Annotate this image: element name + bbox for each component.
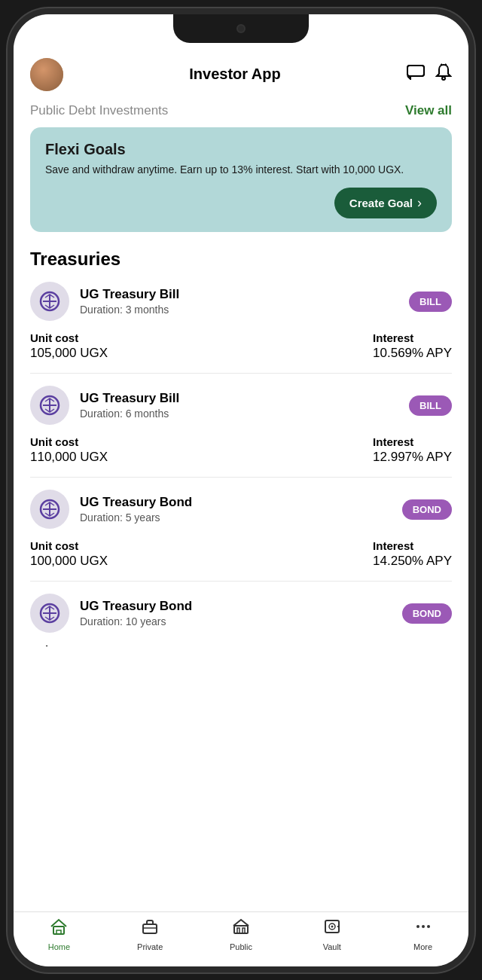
treasury-badge: BILL (409, 395, 452, 416)
svg-rect-3 (407, 66, 424, 76)
interest-value: 12.997% APY (373, 450, 452, 465)
svg-point-31 (422, 925, 425, 928)
treasury-header: UG Treasury Bill Duration: 3 months BILL (30, 282, 452, 321)
treasury-details: Unit cost 110,000 UGX Interest 12.997% A… (30, 435, 452, 465)
treasury-left: UG Treasury Bill Duration: 3 months (30, 282, 179, 321)
interest-value: 14.250% APY (373, 554, 452, 569)
unit-cost-value: 110,000 UGX (30, 450, 108, 465)
content-area: Investor App (14, 52, 468, 966)
main-scroll[interactable]: Public Debt Investments View all Flexi G… (14, 100, 468, 911)
svg-rect-24 (237, 928, 239, 933)
interest-col: Interest 10.569% APY (373, 331, 452, 361)
interest-label: Interest (373, 539, 452, 552)
treasury-header: UG Treasury Bond Duration: 10 years BOND (30, 594, 452, 633)
treasury-info: UG Treasury Bill Duration: 3 months (80, 287, 179, 316)
treasuries-heading: Treasuries (30, 249, 452, 270)
unit-cost-col: Unit cost 100,000 UGX (30, 539, 108, 569)
treasury-icon (30, 386, 69, 425)
treasury-name: UG Treasury Bond (80, 495, 192, 510)
treasury-duration: Duration: 3 months (80, 304, 179, 316)
nav-icon-vault (323, 918, 341, 939)
nav-icon-private (141, 918, 159, 939)
treasury-duration: Duration: 6 months (80, 408, 179, 420)
view-all-link[interactable]: View all (405, 103, 452, 118)
treasury-details: Unit cost 100,000 UGX Interest 14.250% A… (30, 539, 452, 569)
treasury-info: UG Treasury Bond Duration: 10 years (80, 599, 192, 627)
unit-cost-col: Unit cost 105,000 UGX (30, 331, 108, 361)
svg-line-5 (441, 64, 442, 65)
nav-icon-public (232, 918, 250, 939)
treasury-item[interactable]: UG Treasury Bill Duration: 6 months BILL… (30, 386, 452, 478)
treasury-badge: BOND (402, 499, 452, 520)
unit-cost-label: Unit cost (30, 643, 108, 646)
treasury-info: UG Treasury Bill Duration: 6 months (80, 391, 179, 420)
nav-label-public: Public (230, 942, 252, 951)
svg-rect-20 (56, 930, 61, 934)
svg-point-4 (442, 77, 445, 80)
treasury-left: UG Treasury Bond Duration: 5 years (30, 490, 192, 529)
treasury-name: UG Treasury Bond (80, 599, 192, 614)
svg-rect-21 (143, 924, 157, 933)
svg-point-32 (427, 925, 430, 928)
treasury-item[interactable]: UG Treasury Bond Duration: 5 years BOND … (30, 490, 452, 582)
treasury-header: UG Treasury Bill Duration: 6 months BILL (30, 386, 452, 425)
treasury-header: UG Treasury Bond Duration: 5 years BOND (30, 490, 452, 529)
svg-point-28 (331, 925, 333, 927)
chat-icon[interactable] (407, 65, 425, 84)
treasury-duration: Duration: 10 years (80, 615, 192, 627)
public-debt-section-row: Public Debt Investments View all (30, 100, 452, 118)
unit-cost-col: Unit cost 100,000 UGX (30, 643, 108, 646)
treasury-details: Unit cost 100,000 UGX Interest 15.500% A… (30, 643, 452, 646)
nav-item-vault[interactable]: Vault (286, 918, 377, 951)
treasury-icon (30, 282, 69, 321)
header: Investor App (14, 52, 468, 100)
treasury-icon (30, 594, 69, 633)
unit-cost-label: Unit cost (30, 331, 108, 344)
treasury-badge: BOND (402, 603, 452, 624)
unit-cost-label: Unit cost (30, 539, 108, 552)
nav-item-private[interactable]: Private (105, 918, 196, 951)
notch-camera (236, 24, 246, 33)
treasury-badge: BILL (409, 292, 452, 312)
nav-item-public[interactable]: Public (196, 918, 287, 951)
treasury-item[interactable]: UG Treasury Bond Duration: 10 years BOND… (30, 594, 452, 646)
nav-icon-home (50, 918, 68, 939)
flexi-goals-title: Flexi Goals (45, 141, 437, 158)
bottom-nav: Home Private Public Vault More (14, 911, 468, 966)
public-debt-label: Public Debt Investments (30, 103, 168, 118)
app-title: Investor App (63, 66, 407, 83)
avatar (30, 58, 63, 91)
screen: Investor App (14, 14, 468, 966)
interest-col: Interest 12.997% APY (373, 435, 452, 465)
unit-cost-label: Unit cost (30, 435, 108, 448)
flexi-goals-description: Save and withdraw anytime. Earn up to 13… (45, 163, 437, 178)
treasury-item[interactable]: UG Treasury Bill Duration: 3 months BILL… (30, 282, 452, 374)
flexi-goals-card: Flexi Goals Save and withdraw anytime. E… (30, 127, 452, 233)
treasury-name: UG Treasury Bill (80, 287, 179, 302)
interest-value: 10.569% APY (373, 346, 452, 361)
treasury-info: UG Treasury Bond Duration: 5 years (80, 495, 192, 524)
treasuries-list: UG Treasury Bill Duration: 3 months BILL… (30, 282, 452, 646)
nav-item-more[interactable]: More (377, 918, 468, 951)
nav-label-vault: Vault (323, 942, 341, 951)
avatar-image (30, 58, 63, 91)
nav-icon-more (414, 918, 432, 939)
svg-rect-25 (243, 928, 245, 933)
create-goal-button[interactable]: Create Goal (334, 188, 437, 218)
header-icons (407, 63, 452, 86)
nav-label-home: Home (48, 942, 70, 951)
unit-cost-value: 100,000 UGX (30, 554, 108, 569)
nav-item-home[interactable]: Home (14, 918, 105, 951)
treasury-name: UG Treasury Bill (80, 391, 179, 406)
interest-label: Interest (373, 331, 452, 344)
unit-cost-col: Unit cost 110,000 UGX (30, 435, 108, 465)
interest-col: Interest 15.500% APY (373, 643, 452, 646)
bell-icon[interactable] (435, 63, 452, 86)
treasury-details: Unit cost 105,000 UGX Interest 10.569% A… (30, 331, 452, 361)
interest-label: Interest (373, 435, 452, 448)
svg-rect-23 (234, 926, 248, 933)
phone-frame: Investor App (8, 8, 474, 972)
notch (173, 14, 309, 43)
nav-label-private: Private (137, 942, 163, 951)
treasury-left: UG Treasury Bill Duration: 6 months (30, 386, 179, 425)
